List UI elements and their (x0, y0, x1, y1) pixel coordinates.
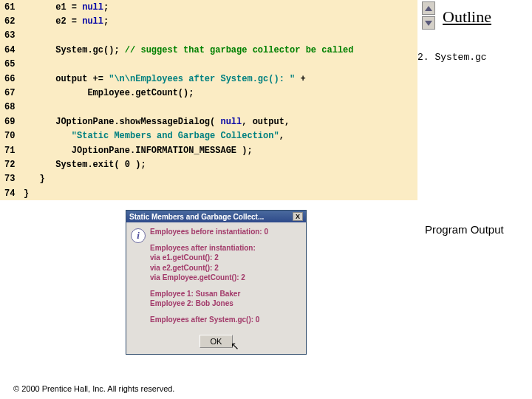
arrow-up-icon (425, 6, 432, 11)
code-line: JOptionPane.INFORMATION_MESSAGE ); (24, 146, 253, 156)
lineno: 64 (0, 45, 24, 55)
code-line: JOptionPane.showMessageDialog( null, out… (24, 117, 290, 127)
message-dialog: Static Members and Garbage Collect... X … (126, 210, 307, 355)
ok-button[interactable]: OK ↖ (200, 335, 233, 348)
right-panel: Outline 2. System.gc (417, 0, 532, 31)
lineno: 74 (0, 188, 24, 199)
arrow-down-icon (425, 21, 432, 26)
dialog-close-button[interactable]: X (293, 212, 303, 221)
lineno: 72 (0, 160, 24, 170)
code-listing: 61 e1 = null; 62 e2 = null; 63 64 System… (0, 0, 417, 200)
lineno: 65 (0, 59, 24, 69)
lineno: 67 (0, 88, 24, 98)
outline-heading: Outline (443, 7, 491, 27)
dialog-title-text: Static Members and Garbage Collect... (129, 213, 264, 221)
lineno: 63 (0, 30, 24, 41)
outline-annotation: 2. System.gc (417, 52, 487, 63)
lineno: 71 (0, 146, 24, 156)
lineno: 68 (0, 102, 24, 112)
code-line: System.exit( 0 ); (24, 160, 146, 170)
code-line: } (24, 188, 29, 199)
dialog-message: Employees before instantiation: 0 Employ… (150, 227, 268, 330)
lineno: 66 (0, 74, 24, 84)
code-line: output += "\n\nEmployees after System.gc… (24, 74, 306, 84)
code-line: e1 = null; (24, 2, 109, 13)
nav-down-button[interactable] (422, 16, 435, 30)
lineno: 61 (0, 2, 24, 13)
info-icon: i (131, 227, 150, 330)
code-line: System.gc(); // suggest that garbage col… (24, 45, 353, 55)
lineno: 62 (0, 16, 24, 27)
cursor-icon: ↖ (231, 340, 239, 352)
lineno: 70 (0, 131, 24, 141)
code-line: "Static Members and Garbage Collection", (24, 131, 284, 141)
lineno: 73 (0, 174, 24, 184)
program-output-label: Program Output (425, 223, 504, 236)
copyright-footer: © 2000 Prentice Hall, Inc. All rights re… (13, 384, 174, 393)
nav-up-button[interactable] (422, 1, 435, 15)
code-line: Employee.getCount(); (24, 88, 194, 98)
dialog-titlebar: Static Members and Garbage Collect... X (126, 211, 306, 222)
code-line: } (24, 174, 45, 184)
lineno: 69 (0, 117, 24, 127)
code-line: e2 = null; (24, 16, 109, 27)
